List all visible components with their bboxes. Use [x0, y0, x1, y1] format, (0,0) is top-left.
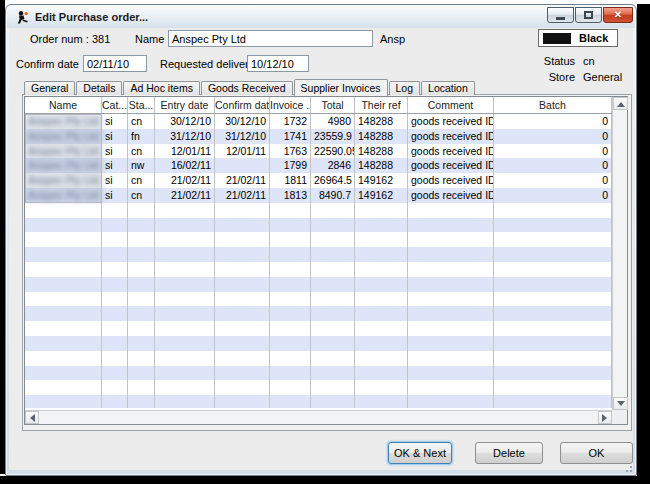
maximize-button[interactable] [575, 7, 602, 23]
table-row-empty[interactable] [25, 306, 612, 321]
supplier-name-input[interactable] [168, 30, 373, 47]
scroll-right-button[interactable] [598, 411, 612, 424]
cell-entry_date [155, 336, 215, 351]
cell-confirm_date: 12/01/11 [215, 144, 270, 159]
cell-invoice_num: 1813 [270, 188, 311, 203]
table-row[interactable]: Anspec Pty Ltdsinw16/02/1117992846148288… [25, 158, 612, 173]
tab-log[interactable]: Log [389, 81, 421, 95]
minimize-button[interactable] [547, 7, 574, 23]
cell-name [25, 380, 102, 395]
table-row-empty[interactable] [25, 247, 612, 262]
cell-total [311, 321, 355, 336]
scroll-up-button[interactable] [613, 97, 628, 110]
tab-ad-hoc-items[interactable]: Ad Hoc items [123, 81, 199, 95]
cell-total [311, 351, 355, 366]
resize-grip-icon[interactable] [622, 463, 633, 473]
color-swatch-box[interactable]: Black [538, 29, 618, 47]
cell-comment [408, 218, 494, 233]
cell-confirm_date [215, 158, 270, 173]
cell-status: cn [128, 173, 155, 188]
column-header-invoice-[interactable]: Invoice ... [270, 97, 311, 113]
tab-details[interactable]: Details [76, 81, 122, 95]
table-row-empty[interactable] [25, 218, 612, 233]
cell-name [25, 395, 102, 408]
cell-invoice_num: 1811 [270, 173, 311, 188]
cell-name [25, 203, 102, 218]
column-header-total[interactable]: Total [311, 97, 355, 113]
cell-entry_date [155, 380, 215, 395]
cell-batch [494, 277, 612, 292]
cell-category [102, 380, 128, 395]
cell-their_ref: 149162 [355, 173, 408, 188]
cell-total [311, 203, 355, 218]
column-header-name[interactable]: Name [25, 97, 102, 113]
table-row-empty[interactable] [25, 380, 612, 395]
table-row-empty[interactable] [25, 292, 612, 307]
cell-status [128, 262, 155, 277]
cell-entry_date [155, 218, 215, 233]
table-row-empty[interactable] [25, 203, 612, 218]
ok-button[interactable]: OK [560, 442, 633, 464]
cell-invoice_num [270, 351, 311, 366]
ok-next-button[interactable]: OK & Next [388, 442, 452, 464]
table-row-empty[interactable] [25, 277, 612, 292]
order-num-value: 381 [92, 33, 110, 45]
table-row-empty[interactable] [25, 321, 612, 336]
table-row-empty[interactable] [25, 262, 612, 277]
cell-invoice_num [270, 395, 311, 408]
vertical-scrollbar[interactable] [612, 97, 627, 410]
cell-comment [408, 306, 494, 321]
tab-supplier-invoices[interactable]: Supplier Invoices [294, 79, 388, 96]
cell-total: 23559.9 [311, 129, 355, 144]
column-header-batch[interactable]: Batch [494, 97, 612, 113]
table-row[interactable]: Anspec Pty Ltdsicn21/02/1121/02/11181126… [25, 173, 612, 188]
horizontal-scrollbar[interactable] [25, 410, 612, 424]
cell-invoice_num [270, 262, 311, 277]
requested-delivery-input[interactable] [247, 55, 309, 72]
column-header-their-ref[interactable]: Their ref [355, 97, 408, 113]
cell-comment: goods received ID : 5 [408, 173, 494, 188]
cell-total: 4980 [311, 114, 355, 129]
cell-batch [494, 203, 612, 218]
table-row[interactable]: Anspec Pty Ltdsicn12/01/1112/01/11176322… [25, 144, 612, 159]
cell-their_ref [355, 203, 408, 218]
column-header-confirm-date[interactable]: Confirm date [215, 97, 270, 113]
table-row-empty[interactable] [25, 232, 612, 247]
cell-category [102, 262, 128, 277]
cell-status [128, 321, 155, 336]
column-header-sta-[interactable]: Sta... [128, 97, 155, 113]
table-row-empty[interactable] [25, 366, 612, 381]
tab-general[interactable]: General [24, 81, 75, 95]
scroll-right-icon [602, 414, 611, 422]
confirm-date-input[interactable] [83, 55, 147, 72]
table-row-empty[interactable] [25, 395, 612, 408]
table-row-empty[interactable] [25, 351, 612, 366]
table-row-empty[interactable] [25, 336, 612, 351]
scroll-down-button[interactable] [613, 397, 628, 410]
delete-button[interactable]: Delete [475, 442, 543, 464]
scroll-left-button[interactable] [25, 411, 39, 424]
cell-invoice_num [270, 380, 311, 395]
cell-entry_date [155, 351, 215, 366]
tab-goods-received[interactable]: Goods Received [201, 81, 293, 95]
title-bar[interactable]: Edit Purchase order... [7, 6, 635, 28]
cell-category [102, 218, 128, 233]
cell-comment: goods received ID : 5 [408, 188, 494, 203]
tab-strip: GeneralDetailsAd Hoc itemsGoods Received… [24, 79, 476, 95]
tab-location[interactable]: Location [421, 81, 475, 95]
cell-name: Anspec Pty Ltd [25, 114, 102, 129]
table-header-row: NameCat...Sta...Entry dateConfirm dateIn… [25, 97, 612, 114]
cell-their_ref [355, 232, 408, 247]
table-row[interactable]: Anspec Pty Ltdsifn31/12/1031/12/10174123… [25, 129, 612, 144]
cell-name [25, 351, 102, 366]
column-header-entry-date[interactable]: Entry date [155, 97, 215, 113]
column-header-cat-[interactable]: Cat... [102, 97, 128, 113]
cell-comment: goods received ID : 5 [408, 144, 494, 159]
cell-entry_date [155, 247, 215, 262]
column-header-comment[interactable]: Comment [408, 97, 494, 113]
close-button[interactable]: ✕ [603, 7, 633, 23]
cell-comment [408, 292, 494, 307]
table-row[interactable]: Anspec Pty Ltdsicn21/02/1121/02/11181384… [25, 188, 612, 203]
maximize-icon [584, 11, 593, 19]
table-row[interactable]: Anspec Pty Ltdsicn30/12/1030/12/10173249… [25, 114, 612, 129]
